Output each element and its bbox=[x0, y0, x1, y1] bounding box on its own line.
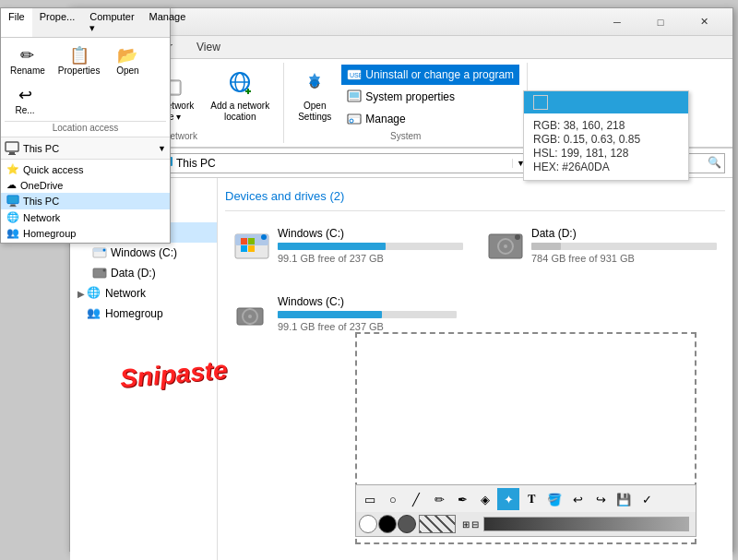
lp-item-onedrive[interactable]: ☁ OneDrive bbox=[1, 177, 170, 193]
manage-label: Manage bbox=[365, 113, 405, 125]
data-d-bar bbox=[531, 243, 717, 250]
data-d-info: Data (D:) 784 GB free of 931 GB bbox=[531, 227, 717, 264]
sidebar-item-network[interactable]: ▶ 🌐 Network bbox=[70, 283, 217, 304]
tool-confirm[interactable]: ✓ bbox=[636, 488, 658, 510]
add-network-button[interactable]: Add a networklocation bbox=[204, 65, 276, 127]
lp-sidebar: ⭐ Quick access ☁ OneDrive This PC 🌐 Netw… bbox=[1, 160, 170, 243]
svg-rect-4 bbox=[10, 205, 15, 207]
address-path-text[interactable]: This PC bbox=[176, 157, 216, 170]
rename-icon: ✏ bbox=[20, 45, 34, 66]
lp-item-homegroup[interactable]: 👥 Homegroup bbox=[1, 225, 170, 241]
tool-save[interactable]: 💾 bbox=[613, 488, 635, 510]
arrow-network: ▶ bbox=[77, 289, 85, 299]
color-dark[interactable] bbox=[398, 515, 416, 533]
uninstall-icon: USB bbox=[347, 67, 362, 82]
close-button[interactable]: ✕ bbox=[683, 8, 725, 36]
system-right-items: USB Uninstall or change a program System… bbox=[341, 65, 519, 129]
pc-icon-small bbox=[5, 141, 19, 156]
tool-pencil[interactable]: ✏ bbox=[428, 488, 450, 510]
lp-path-text: This PC bbox=[23, 143, 158, 154]
lp-btn-re[interactable]: ↩ Re... bbox=[5, 81, 45, 119]
tool-redo[interactable]: ↪ bbox=[589, 488, 612, 510]
tool-undo[interactable]: ↩ bbox=[566, 488, 589, 510]
devices-section-header: Devices and drives (2) bbox=[225, 185, 725, 211]
svg-text:USB: USB bbox=[350, 72, 362, 78]
props-label: Properties bbox=[58, 66, 101, 76]
windows-c2-bar bbox=[278, 311, 457, 318]
network-label: Network bbox=[105, 287, 146, 300]
manage-button[interactable]: Manage bbox=[341, 109, 519, 129]
size-slider[interactable] bbox=[483, 517, 689, 531]
tool-rect[interactable]: ▭ bbox=[359, 488, 381, 510]
rename-label: Rename bbox=[10, 66, 45, 76]
uninstall-button[interactable]: USB Uninstall or change a program bbox=[341, 65, 519, 85]
snipaste-drawing-toolbar: ▭ ○ ╱ ✏ ✒ ◈ ✦ 𝐓 🪣 ↩ ↪ 💾 ✓ bbox=[355, 484, 696, 514]
tool-marker[interactable]: ✒ bbox=[451, 488, 473, 510]
lp-btn-rename[interactable]: ✏ Rename bbox=[5, 42, 51, 79]
drive-item-data-d[interactable]: Data (D:) 784 GB free of 931 GB bbox=[479, 219, 725, 272]
re-label: Re... bbox=[15, 105, 34, 115]
lp-thispc-label: This PC bbox=[23, 196, 59, 207]
svg-rect-50 bbox=[248, 245, 255, 252]
system-group-items: OpenSettings USB Uninstall or change a p… bbox=[292, 65, 519, 129]
sidebar-item-data-d[interactable]: Data (D:) bbox=[70, 263, 217, 283]
svg-point-57 bbox=[248, 315, 252, 318]
svg-rect-0 bbox=[6, 142, 18, 151]
svg-point-54 bbox=[504, 244, 507, 248]
homegroup-label: Homegroup bbox=[105, 307, 163, 320]
svg-point-52 bbox=[515, 234, 520, 240]
drives-grid: Windows (C:) 99.1 GB free of 237 GB bbox=[225, 219, 725, 272]
windows-c-label: Windows (C:) bbox=[111, 246, 177, 259]
lp-btn-properties[interactable]: 📋 Properties bbox=[53, 42, 106, 79]
add-network-label: Add a networklocation bbox=[210, 101, 269, 123]
tool-line[interactable]: ╱ bbox=[405, 488, 427, 510]
open-settings-label: OpenSettings bbox=[298, 101, 331, 123]
svg-point-46 bbox=[261, 234, 267, 240]
left-panel-tabs: File Prope... Computer ▾ Manage bbox=[1, 8, 170, 38]
ribbon-group-system: OpenSettings USB Uninstall or change a p… bbox=[284, 63, 528, 143]
lp-tab-file[interactable]: File bbox=[1, 8, 32, 37]
windows-c2-info: Windows (C:) 99.1 GB free of 237 GB bbox=[278, 295, 457, 332]
data-drive-icon bbox=[92, 266, 107, 280]
lp-btn-open[interactable]: 📂 Open bbox=[107, 42, 148, 79]
lp-item-network[interactable]: 🌐 Network bbox=[1, 209, 170, 225]
re-icon: ↩ bbox=[18, 85, 32, 105]
color-tooltip-header bbox=[524, 91, 688, 113]
lp-onedrive-label: OneDrive bbox=[20, 180, 63, 191]
system-properties-button[interactable]: System properties bbox=[341, 87, 519, 107]
windows-c-name: Windows (C:) bbox=[278, 227, 463, 240]
color-hsl-row: HSL: 199, 181, 128 bbox=[533, 147, 679, 160]
lp-tab-properties[interactable]: Prope... bbox=[32, 8, 83, 37]
lp-dropdown-arrow[interactable]: ▼ bbox=[158, 144, 166, 153]
tool-blur[interactable]: ◈ bbox=[474, 488, 496, 510]
lp-item-thispc[interactable]: This PC bbox=[1, 193, 170, 209]
maximize-button[interactable]: □ bbox=[639, 8, 682, 36]
svg-point-24 bbox=[312, 81, 317, 87]
tool-text[interactable]: 𝐓 bbox=[520, 488, 542, 510]
sidebar-item-homegroup[interactable]: ▶ 👥 Homegroup bbox=[70, 304, 217, 324]
address-bar-input-area: This PC ▼ bbox=[155, 153, 530, 173]
tool-crosshair[interactable]: ✦ bbox=[497, 488, 519, 510]
open-settings-button[interactable]: OpenSettings bbox=[292, 65, 338, 127]
lp-tab-computer[interactable]: Computer ▾ bbox=[82, 8, 141, 37]
sidebar-item-windows-c[interactable]: Windows (C:) bbox=[70, 243, 217, 263]
svg-rect-2 bbox=[8, 154, 16, 155]
minimize-button[interactable]: ─ bbox=[596, 8, 638, 36]
left-panel: File Prope... Computer ▾ Manage ✏ Rename… bbox=[0, 7, 171, 244]
color-pattern[interactable] bbox=[419, 515, 456, 533]
lp-tab-manage[interactable]: Manage bbox=[142, 8, 194, 37]
windows-c-bar bbox=[278, 243, 463, 250]
titlebar-buttons: ─ □ ✕ bbox=[596, 8, 725, 36]
tab-view[interactable]: View bbox=[184, 36, 232, 58]
drive-item-windows-c[interactable]: Windows (C:) 99.1 GB free of 237 GB bbox=[225, 219, 471, 272]
tool-fill[interactable]: 🪣 bbox=[543, 488, 565, 510]
color-black[interactable] bbox=[378, 515, 397, 533]
svg-point-43 bbox=[103, 269, 106, 272]
color-white[interactable] bbox=[359, 515, 377, 533]
lp-group-label: Location access bbox=[5, 121, 166, 133]
tool-ellipse[interactable]: ○ bbox=[382, 488, 404, 510]
svg-rect-29 bbox=[350, 99, 359, 101]
lp-item-quick[interactable]: ⭐ Quick access bbox=[1, 161, 170, 177]
left-panel-ribbon: ✏ Rename 📋 Properties 📂 Open ↩ Re... Loc… bbox=[1, 38, 170, 137]
data-d-space: 784 GB free of 931 GB bbox=[531, 253, 717, 264]
